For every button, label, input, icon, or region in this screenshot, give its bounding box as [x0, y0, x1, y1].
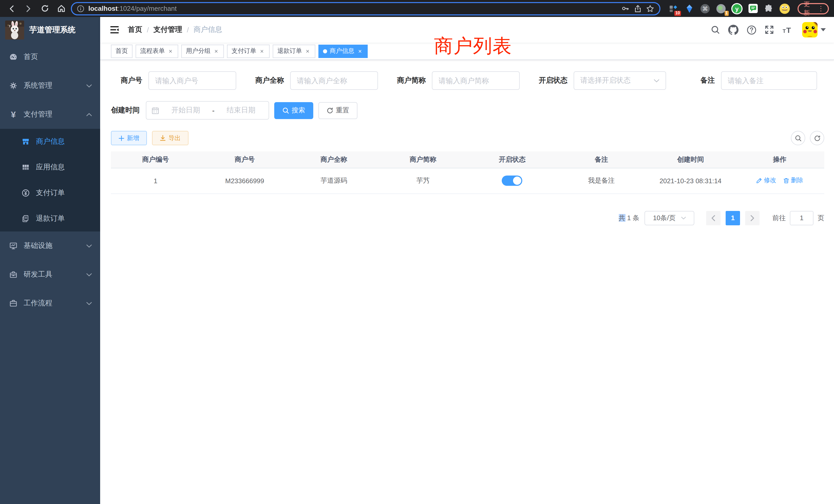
sidebar-item-infrastructure[interactable]: 基础设施: [0, 231, 100, 260]
close-icon[interactable]: ×: [213, 47, 219, 55]
search-button[interactable]: 搜索: [274, 102, 313, 119]
prev-page-button[interactable]: [706, 211, 721, 225]
close-icon[interactable]: ×: [305, 47, 311, 55]
grid-icon: [22, 163, 30, 171]
goto-page-input[interactable]: [790, 211, 813, 225]
total-count: 共 1 条: [619, 213, 639, 223]
site-info-icon[interactable]: [77, 5, 84, 12]
cell-full-name: 芋道源码: [289, 168, 378, 193]
sidebar-item-merchant-info[interactable]: 商户信息: [0, 129, 100, 155]
status-toggle[interactable]: [502, 176, 523, 186]
remark-input[interactable]: [728, 76, 810, 85]
address-bar[interactable]: localhost:1024/pay/merchant: [71, 2, 660, 15]
create-time-range-picker[interactable]: 开始日期 - 结束日期: [146, 101, 269, 120]
merchant-no-input[interactable]: [155, 76, 229, 85]
recorder-extension-icon[interactable]: 1: [716, 3, 727, 14]
browser-update-menu-button[interactable]: 更新 ⋮: [797, 3, 829, 14]
show-search-toggle-button[interactable]: [791, 131, 805, 145]
sidebar: 芋道管理系统 首页 系统管理 ¥ 支付管理: [0, 17, 100, 504]
tag-process-form[interactable]: 流程表单×: [136, 44, 178, 58]
sidebar-item-refund-order[interactable]: 退款订单: [0, 206, 100, 231]
browser-reload-button[interactable]: [38, 2, 51, 15]
page-size-select[interactable]: 10条/页: [644, 211, 694, 225]
tag-user-group[interactable]: 用户分组×: [181, 44, 224, 58]
merchant-table: 商户编号 商户号 商户全称 商户简称 开启状态 备注 创建时间 操作 1: [111, 152, 824, 194]
sidebar-item-label: 支付订单: [36, 188, 65, 198]
goto-label: 前往: [772, 213, 786, 223]
tag-pay-order[interactable]: 支付订单×: [227, 44, 270, 58]
add-button[interactable]: 新增: [111, 131, 147, 145]
app-title: 芋道管理系统: [29, 25, 75, 35]
yen-circle-icon: [22, 189, 30, 197]
fullscreen-icon[interactable]: [764, 25, 774, 35]
short-name-input[interactable]: [439, 76, 513, 85]
table-row[interactable]: 1 M233666999 芋道源码 芋艿 我是备注 2021-10-23 08:…: [111, 168, 824, 193]
merchant-no-field[interactable]: [148, 71, 236, 90]
cell-actions: 修改 删除: [735, 168, 824, 193]
update-label: 更新: [804, 0, 815, 17]
tag-merchant-info[interactable]: 商户信息×: [319, 44, 368, 58]
app-logo[interactable]: 芋道管理系统: [0, 17, 100, 43]
table-header-row: 商户编号 商户号 商户全称 商户简称 开启状态 备注 创建时间 操作: [111, 152, 824, 168]
col-merchant-no: 商户号: [200, 152, 289, 168]
sidebar-item-dev-tools[interactable]: 研发工具: [0, 260, 100, 289]
sidebar-item-app-info[interactable]: 应用信息: [0, 155, 100, 180]
browser-home-button[interactable]: [54, 2, 68, 15]
edit-link[interactable]: 修改: [756, 176, 776, 185]
refresh-table-button[interactable]: [810, 131, 824, 145]
sidebar-item-workflow[interactable]: 工作流程: [0, 289, 100, 318]
full-name-field[interactable]: [290, 71, 378, 90]
full-name-input[interactable]: [297, 76, 371, 85]
profile-emoji-avatar[interactable]: [779, 3, 790, 14]
command-extension-icon[interactable]: ⌘: [699, 3, 711, 14]
share-icon[interactable]: [634, 4, 642, 13]
close-icon[interactable]: ×: [168, 47, 174, 55]
end-date-placeholder[interactable]: 结束日期: [219, 106, 263, 115]
create-time-label: 创建时间: [111, 106, 146, 115]
search-icon[interactable]: [710, 25, 721, 35]
export-button[interactable]: 导出: [152, 131, 189, 145]
user-avatar-menu[interactable]: [802, 22, 826, 38]
short-name-field[interactable]: [432, 71, 520, 90]
sidebar-item-home[interactable]: 首页: [0, 43, 100, 71]
sidebar-item-payment[interactable]: ¥ 支付管理: [0, 100, 100, 129]
font-size-icon[interactable]: TT: [782, 25, 792, 35]
breadcrumb-home[interactable]: 首页: [128, 25, 142, 35]
help-icon[interactable]: [746, 25, 756, 35]
remark-field[interactable]: [721, 71, 817, 90]
extensions-puzzle-icon[interactable]: [763, 3, 774, 14]
status-label: 开启状态: [533, 76, 574, 85]
col-short-name: 商户简称: [378, 152, 467, 168]
bookmark-star-icon[interactable]: [646, 4, 654, 13]
page-number-button[interactable]: 1: [726, 211, 740, 225]
breadcrumb: 首页 / 支付管理 / 商户信息: [128, 25, 222, 35]
chat-extension-icon[interactable]: [747, 3, 759, 14]
tag-home[interactable]: 首页: [111, 44, 132, 58]
tiles-extension-icon[interactable]: 10: [667, 3, 679, 14]
browser-back-button[interactable]: [5, 2, 19, 15]
start-date-placeholder[interactable]: 开始日期: [163, 106, 208, 115]
status-select[interactable]: 请选择开启状态: [574, 71, 666, 90]
breadcrumb-section[interactable]: 支付管理: [154, 25, 182, 35]
breadcrumb-separator: /: [147, 26, 149, 34]
url-text[interactable]: localhost:1024/pay/merchant: [88, 5, 617, 12]
close-icon[interactable]: ×: [357, 47, 363, 55]
password-key-icon[interactable]: [621, 4, 630, 13]
reset-button[interactable]: 重置: [319, 102, 357, 119]
green-y-extension-icon[interactable]: y: [731, 3, 743, 14]
next-page-button[interactable]: [745, 211, 760, 225]
sidebar-collapse-button[interactable]: [109, 25, 120, 35]
sidebar-item-system[interactable]: 系统管理: [0, 71, 100, 100]
tag-refund-order[interactable]: 退款订单×: [273, 44, 315, 58]
active-dot: [323, 49, 327, 53]
sidebar-item-pay-order[interactable]: 支付订单: [0, 180, 100, 206]
gem-extension-icon[interactable]: [683, 3, 695, 14]
gear-icon: [9, 82, 18, 90]
extensions-strip: 10 ⌘ 1 y: [667, 3, 790, 14]
filter-row-2: 创建时间 开始日期 - 结束日期 搜索 重置: [111, 101, 824, 120]
delete-link[interactable]: 删除: [783, 176, 803, 185]
github-icon[interactable]: [728, 25, 739, 35]
close-icon[interactable]: ×: [259, 47, 265, 55]
svg-text:y: y: [735, 5, 739, 12]
browser-forward-button[interactable]: [22, 2, 35, 15]
